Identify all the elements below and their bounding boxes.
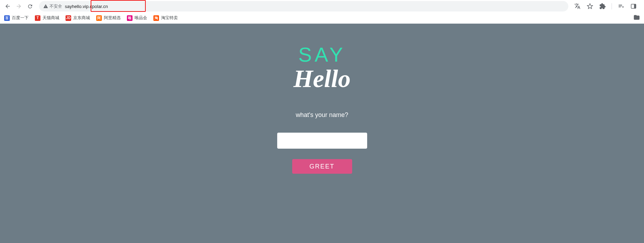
star-icon <box>587 3 593 9</box>
extensions-button[interactable] <box>598 1 607 11</box>
bookmarks-bar: 百百度一下T天猫商城JD京东商城阿阿里精选唯唯品会淘淘宝特卖 <box>0 13 644 24</box>
bookmark-label: 京东商城 <box>73 15 90 21</box>
name-input[interactable] <box>277 133 367 149</box>
toolbar-right <box>573 1 641 11</box>
bookmark-label: 天猫商城 <box>43 15 59 21</box>
bookmark-item-3[interactable]: 阿阿里精选 <box>96 15 121 21</box>
greet-button[interactable]: GREET <box>292 159 352 174</box>
bookmark-label: 阿里精选 <box>104 15 121 21</box>
page-content: SAY Hello what's your name? GREET <box>0 24 644 243</box>
toolbar-divider <box>612 3 612 9</box>
browser-chrome: 不安全 sayhello.vip.cpolar.cn <box>0 0 644 24</box>
side-panel-button[interactable] <box>629 1 638 11</box>
arrow-left-icon <box>5 3 11 9</box>
forward-button <box>14 1 24 11</box>
reload-icon <box>27 3 33 9</box>
translate-icon <box>574 3 581 9</box>
bookmark-label: 百度一下 <box>12 15 29 21</box>
bookmark-item-5[interactable]: 淘淘宝特卖 <box>153 15 178 21</box>
insecure-label: 不安全 <box>50 3 62 9</box>
logo-bottom: Hello <box>294 66 351 91</box>
back-button[interactable] <box>3 1 13 11</box>
url-text: sayhello.vip.cpolar.cn <box>65 4 108 9</box>
bookmark-favicon: 唯 <box>127 15 132 21</box>
side-panel-icon <box>630 3 637 9</box>
toolbar: 不安全 sayhello.vip.cpolar.cn <box>0 0 644 13</box>
bookmark-item-4[interactable]: 唯唯品会 <box>127 15 147 21</box>
bookmark-favicon: JD <box>66 15 71 21</box>
bookmark-item-2[interactable]: JD京东商城 <box>66 15 90 21</box>
bookmark-label: 淘宝特卖 <box>161 15 178 21</box>
bookmark-favicon: 阿 <box>96 15 102 21</box>
reload-button[interactable] <box>25 1 35 11</box>
bookmarks-overflow-button[interactable] <box>634 14 640 22</box>
logo-top: SAY <box>298 45 346 65</box>
reading-list-button[interactable] <box>616 1 626 11</box>
bookmark-favicon: 百 <box>4 15 10 21</box>
bookmark-favicon: T <box>35 15 40 21</box>
svg-rect-1 <box>634 4 636 8</box>
warning-icon <box>43 4 48 9</box>
playlist-icon <box>618 3 624 9</box>
bookmark-star-button[interactable] <box>585 1 595 11</box>
folder-icon <box>634 14 640 21</box>
translate-button[interactable] <box>573 1 582 11</box>
puzzle-icon <box>599 3 606 9</box>
bookmark-favicon: 淘 <box>153 15 159 21</box>
bookmark-item-1[interactable]: T天猫商城 <box>35 15 59 21</box>
arrow-right-icon <box>16 3 22 9</box>
bookmark-item-0[interactable]: 百百度一下 <box>4 15 29 21</box>
insecure-indicator: 不安全 <box>43 3 62 9</box>
bookmark-label: 唯品会 <box>135 15 147 21</box>
name-prompt: what's your name? <box>296 111 348 119</box>
address-bar[interactable]: 不安全 sayhello.vip.cpolar.cn <box>39 1 568 11</box>
